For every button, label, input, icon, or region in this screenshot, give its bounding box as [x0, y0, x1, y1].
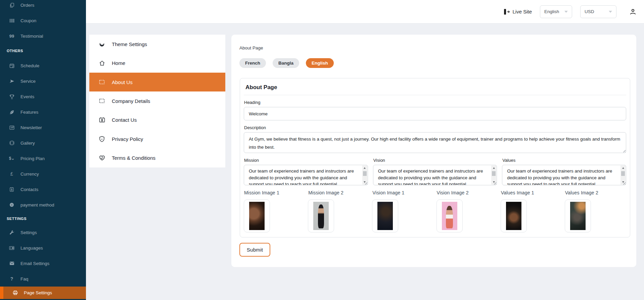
form-card-title: About Page [244, 78, 626, 95]
mission-image-1-box[interactable] [244, 199, 270, 232]
menu-item-privacy-policy[interactable]: Privacy Policy [89, 129, 225, 148]
sidebar-item-label: Faq [20, 276, 28, 282]
vision-image-2-label: Vision Image 2 [437, 190, 498, 195]
scroll-up-icon[interactable] [491, 165, 496, 171]
values-image-1-label: Values Image 1 [501, 190, 562, 195]
user-profile-button[interactable] [629, 8, 637, 15]
vision-image-1-box[interactable] [372, 199, 398, 232]
live-site-button[interactable]: Live Site [504, 9, 532, 15]
dollar-icon: $⌄ [9, 155, 15, 161]
sidebar-item-page-settings[interactable]: Page Settings [0, 287, 86, 299]
mission-label: Mission [244, 158, 368, 163]
sidebar-item-payment-method[interactable]: 0 payment method [0, 197, 86, 213]
submit-button[interactable]: Submit [239, 243, 270, 257]
mission-textarea[interactable]: Our team of experienced trainers and ins… [244, 165, 368, 185]
calendar-icon [9, 63, 15, 69]
menu-item-label: Company Details [112, 98, 150, 104]
tab-bangla[interactable]: Bangla [273, 58, 299, 68]
scroll-thumb[interactable] [363, 171, 367, 176]
menu-item-contact-us[interactable]: Contact Us [89, 111, 225, 129]
sidebar-item-pricing-plan[interactable]: $⌄ Pricing Plan [0, 151, 86, 166]
menu-item-home[interactable]: Home [89, 53, 225, 72]
sidebar-item-gallery[interactable]: Gallery [0, 135, 86, 151]
person-icon [629, 8, 637, 15]
scrollbar[interactable] [620, 165, 626, 185]
sidebar-item-label: Orders [20, 3, 34, 8]
copy-icon [9, 2, 15, 8]
sidebar-item-label: Service [20, 79, 36, 84]
newsletter-icon [9, 124, 15, 130]
quote-icon: 99 [9, 33, 15, 39]
sidebar-item-contacts[interactable]: Contacts [0, 182, 86, 197]
wrench-icon [9, 229, 15, 235]
vision-text: Our team of experienced trainers and ins… [373, 165, 497, 185]
language-select[interactable]: English [540, 5, 572, 18]
feather-icon [9, 109, 15, 115]
mission-image-2-box[interactable] [308, 199, 334, 232]
menu-item-label: Terms & Conditions [112, 155, 155, 161]
language-tabs: French Bangla English [239, 58, 334, 68]
contact-card-icon [99, 117, 105, 123]
heading-input[interactable] [244, 107, 626, 120]
sidebar-item-testimonial[interactable]: 99 Testimonial [0, 28, 86, 44]
sidebar-item-label: Contacts [20, 187, 38, 192]
menu-item-terms-conditions[interactable]: Terms & Conditions [89, 149, 225, 167]
tab-french[interactable]: French [239, 58, 266, 68]
theme-icon [99, 41, 105, 47]
sidebar-item-orders[interactable]: Orders [0, 0, 86, 13]
values-textarea[interactable]: Our team of experienced trainers and ins… [502, 165, 626, 185]
values-image-2-box[interactable] [565, 199, 591, 232]
sidebar-item-events[interactable]: Events [0, 89, 86, 104]
menu-item-theme-settings[interactable]: Theme Settings [89, 35, 225, 53]
contacts-icon [9, 186, 15, 192]
sidebar-item-schedule[interactable]: Schedule [0, 58, 86, 73]
menu-item-label: Contact Us [112, 117, 137, 123]
tab-english[interactable]: English [306, 58, 334, 68]
scroll-thumb[interactable] [621, 171, 625, 176]
printer-icon [12, 290, 18, 296]
sidebar-item-coupon[interactable]: Coupon [0, 13, 86, 28]
sidebar-item-label: Settings [20, 230, 37, 235]
values-image-1-box[interactable] [501, 199, 527, 232]
trophy-icon [9, 93, 15, 100]
sidebar-item-features[interactable]: Features [0, 104, 86, 120]
menu-item-company-details[interactable]: Company Details [89, 91, 225, 110]
vision-label: Vision [373, 158, 497, 163]
dashed-square-icon [99, 79, 105, 85]
sidebar-item-currency[interactable]: £ Currency [0, 166, 86, 182]
vision-image-1-label: Vision Image 1 [372, 190, 433, 195]
scrollbar[interactable] [362, 165, 367, 185]
sidebar-section-settings: SETTINGS [0, 213, 86, 225]
mission-text: Our team of experienced trainers and ins… [244, 165, 368, 185]
scrollbar[interactable] [491, 165, 496, 185]
scroll-thumb[interactable] [492, 171, 496, 176]
svg-text:0: 0 [11, 204, 12, 206]
currency-select[interactable]: USD [580, 5, 616, 18]
sidebar-item-newsletter[interactable]: Newsletter [0, 120, 86, 135]
scroll-up-icon[interactable] [362, 165, 367, 171]
language-select-value: English [544, 9, 559, 14]
sidebar-item-faq[interactable]: ? Faq [0, 271, 86, 287]
sidebar-item-label: Events [20, 94, 34, 99]
heading-label: Heading [244, 100, 626, 105]
description-textarea[interactable]: At Gym, we believe that fitness is a que… [244, 132, 626, 153]
sidebar-item-label: Languages [20, 246, 43, 251]
vision-image-2-box[interactable] [436, 199, 463, 232]
pound-icon: £ [9, 171, 15, 177]
shield-icon [99, 136, 105, 142]
menu-item-about-us[interactable]: About Us [89, 73, 225, 91]
vision-textarea[interactable]: Our team of experienced trainers and ins… [373, 165, 497, 185]
values-label: Values [502, 158, 626, 163]
scroll-up-icon[interactable] [620, 165, 626, 171]
description-text: At Gym, we believe that fitness is a que… [244, 133, 626, 151]
menu-item-label: Privacy Policy [112, 136, 143, 142]
sidebar-section-others: OTHERS [0, 44, 86, 58]
top-header: Live Site English USD [86, 0, 644, 24]
sidebar-item-settings[interactable]: Settings [0, 225, 86, 240]
sidebar-item-service[interactable]: Service [0, 73, 86, 89]
sidebar-item-email-settings[interactable]: Email Settings [0, 256, 86, 271]
page-settings-menu: Theme Settings Home About Us Company Det… [89, 35, 225, 167]
chevron-down-icon [564, 11, 568, 13]
sidebar-item-label: Pricing Plan [20, 156, 45, 161]
sidebar-item-languages[interactable]: A Languages [0, 240, 86, 256]
